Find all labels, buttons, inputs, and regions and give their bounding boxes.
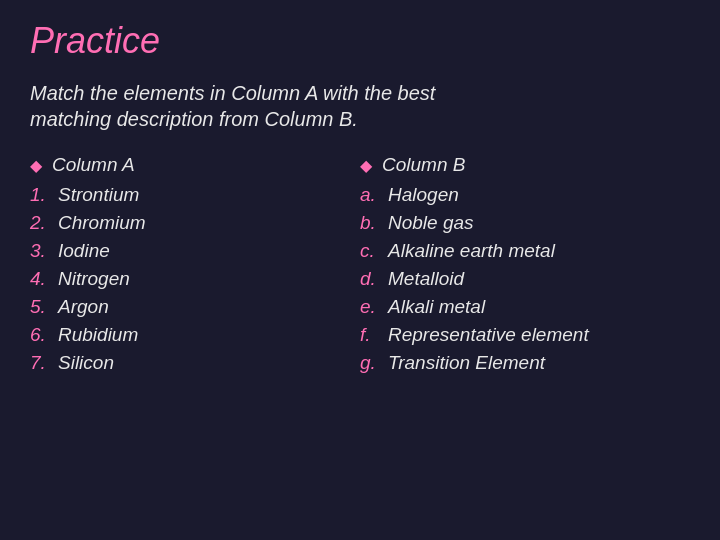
column-b-list: a.Halogenb.Noble gasc.Alkaline earth met… — [360, 184, 670, 374]
list-item: e.Alkali metal — [360, 296, 670, 318]
list-item: 4.Nitrogen — [30, 268, 340, 290]
list-item: 5.Argon — [30, 296, 340, 318]
list-item: d.Metalloid — [360, 268, 670, 290]
item-number: 2. — [30, 212, 58, 234]
item-number: e. — [360, 296, 388, 318]
bullet-a: ◆ — [30, 156, 42, 175]
list-item: 2.Chromium — [30, 212, 340, 234]
list-item: a.Halogen — [360, 184, 670, 206]
instruction-text: Match the elements in Column A with the … — [30, 80, 690, 132]
bullet-b: ◆ — [360, 156, 372, 175]
item-number: 7. — [30, 352, 58, 374]
page-title: Practice — [30, 20, 690, 62]
columns-container: ◆ Column A 1.Strontium2.Chromium3.Iodine… — [30, 154, 690, 520]
item-text: Strontium — [58, 184, 139, 206]
item-number: g. — [360, 352, 388, 374]
column-a-list: 1.Strontium2.Chromium3.Iodine4.Nitrogen5… — [30, 184, 340, 374]
item-text: Rubidium — [58, 324, 138, 346]
item-number: 6. — [30, 324, 58, 346]
item-text: Halogen — [388, 184, 459, 206]
item-text: Transition Element — [388, 352, 545, 374]
item-text: Chromium — [58, 212, 146, 234]
item-number: 4. — [30, 268, 58, 290]
item-text: Representative element — [388, 324, 589, 346]
item-text: Argon — [58, 296, 109, 318]
item-number: a. — [360, 184, 388, 206]
item-number: 1. — [30, 184, 58, 206]
item-number: f. — [360, 324, 388, 346]
column-b-header: ◆ Column B — [360, 154, 670, 176]
item-text: Noble gas — [388, 212, 474, 234]
item-number: 3. — [30, 240, 58, 262]
item-number: 5. — [30, 296, 58, 318]
list-item: 1.Strontium — [30, 184, 340, 206]
item-text: Silicon — [58, 352, 114, 374]
list-item: f.Representative element — [360, 324, 670, 346]
item-text: Metalloid — [388, 268, 464, 290]
column-b: ◆ Column B a.Halogenb.Noble gasc.Alkalin… — [360, 154, 690, 520]
column-a-header: ◆ Column A — [30, 154, 340, 176]
list-item: 7.Silicon — [30, 352, 340, 374]
item-number: c. — [360, 240, 388, 262]
item-text: Alkali metal — [388, 296, 485, 318]
item-number: b. — [360, 212, 388, 234]
list-item: g.Transition Element — [360, 352, 670, 374]
list-item: c.Alkaline earth metal — [360, 240, 670, 262]
item-number: d. — [360, 268, 388, 290]
list-item: 3.Iodine — [30, 240, 340, 262]
item-text: Iodine — [58, 240, 110, 262]
list-item: 6.Rubidium — [30, 324, 340, 346]
item-text: Alkaline earth metal — [388, 240, 555, 262]
item-text: Nitrogen — [58, 268, 130, 290]
list-item: b.Noble gas — [360, 212, 670, 234]
column-a: ◆ Column A 1.Strontium2.Chromium3.Iodine… — [30, 154, 360, 520]
